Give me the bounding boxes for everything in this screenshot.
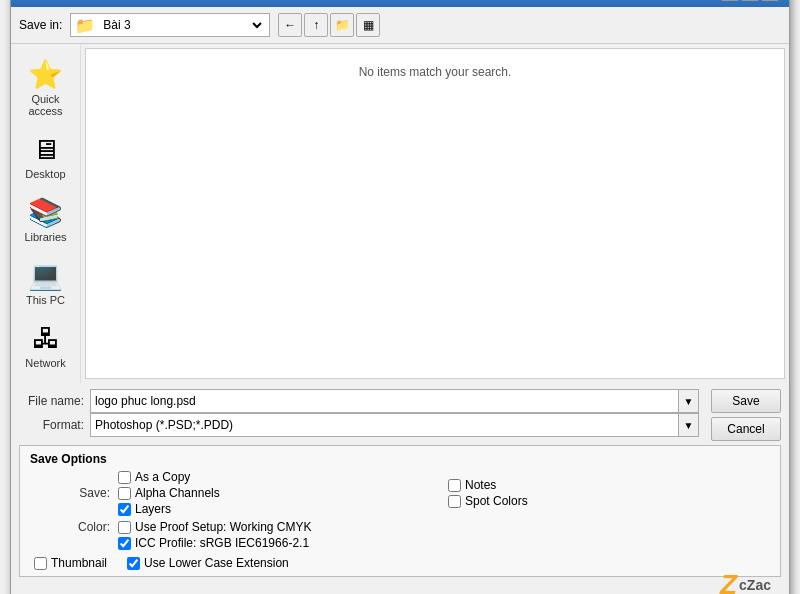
notes-checkbox[interactable] [448,479,461,492]
spot-colors-label: Spot Colors [465,494,528,508]
save-checkboxes-col2: Notes Spot Colors [448,478,770,508]
notes-item: Notes [448,478,770,492]
watermark-area: Z cZac [19,581,781,594]
proof-setup-checkbox[interactable] [118,521,131,534]
bottom-checkboxes: Thumbnail Use Lower Case Extension [30,556,770,570]
desktop-icon: 🖥 [32,133,60,166]
watermark-text: cZac [739,577,771,593]
watermark-z: Z [720,569,737,594]
libraries-icon: 📚 [28,196,63,229]
no-items-message: No items match your search. [359,65,512,79]
sidebar-item-libraries[interactable]: 📚 Libraries [15,190,76,249]
lower-case-item: Use Lower Case Extension [127,556,289,570]
thumbnail-label: Thumbnail [51,556,107,570]
watermark: Z cZac [720,569,771,594]
up-button[interactable]: ↑ [304,13,328,37]
toolbar-buttons: ← ↑ 📁 ▦ [278,13,380,37]
proof-setup-item: Use Proof Setup: Working CMYK [118,520,770,534]
sidebar-item-desktop[interactable]: 🖥 Desktop [15,127,76,186]
filename-label: File name: [19,394,84,408]
file-fields-container: File name: ▼ Format: ▼ Save Cancel [19,389,781,441]
format-dropdown-button[interactable]: ▼ [678,414,698,436]
spot-colors-item: Spot Colors [448,494,770,508]
alpha-channels-item: Alpha Channels [118,486,440,500]
lower-case-checkbox[interactable] [127,557,140,570]
save-checkboxes-col1: As a Copy Alpha Channels Layers [118,470,440,516]
folder-dropdown[interactable]: Bài 3 [99,17,265,33]
color-section: Color: Use Proof Setup: Working CMYK ICC… [30,520,770,550]
folder-selector[interactable]: 📁 Bài 3 [70,13,270,37]
window-controls: ─ □ ✕ [721,0,779,1]
save-button[interactable]: Save [711,389,781,413]
alpha-channels-label: Alpha Channels [135,486,220,500]
folder-icon: 📁 [75,16,95,35]
save-in-label: Save in: [19,18,62,32]
format-input-wrapper: ▼ [90,413,699,437]
lower-case-label: Use Lower Case Extension [144,556,289,570]
proof-setup-label: Use Proof Setup: Working CMYK [135,520,312,534]
bottom-section: File name: ▼ Format: ▼ Save Cancel [11,383,789,594]
icc-profile-label: ICC Profile: sRGB IEC61966-2.1 [135,536,309,550]
quick-access-label: Quick access [19,93,72,117]
layers-checkbox[interactable] [118,503,131,516]
filename-dropdown-button[interactable]: ▼ [678,390,698,412]
format-row: Format: ▼ [19,413,699,437]
save-options-section: Save Options Save: As a Copy Alpha Chann… [19,445,781,577]
file-fields: File name: ▼ Format: ▼ [19,389,699,437]
color-label: Color: [30,520,110,534]
file-browser-content: No items match your search. [85,48,785,379]
notes-label: Notes [465,478,496,492]
layers-item: Layers [118,502,440,516]
sidebar: ⭐ Quick access 🖥 Desktop 📚 Libraries 💻 T… [11,44,81,383]
layers-label: Layers [135,502,171,516]
format-label: Format: [19,418,84,432]
sidebar-item-this-pc[interactable]: 💻 This PC [15,253,76,312]
action-buttons: Save Cancel [711,389,781,441]
toolbar: Save in: 📁 Bài 3 ← ↑ 📁 ▦ [11,7,789,44]
create-folder-button[interactable]: 📁 [330,13,354,37]
back-button[interactable]: ← [278,13,302,37]
maximize-button[interactable]: □ [741,0,759,1]
save-label: Save: [30,486,110,500]
color-options: Use Proof Setup: Working CMYK ICC Profil… [118,520,770,550]
sidebar-item-network[interactable]: 🖧 Network [15,316,76,375]
main-area: ⭐ Quick access 🖥 Desktop 📚 Libraries 💻 T… [11,44,789,383]
save-options-title: Save Options [30,452,770,466]
spot-colors-checkbox[interactable] [448,495,461,508]
sidebar-item-quick-access[interactable]: ⭐ Quick access [15,52,76,123]
this-pc-icon: 💻 [28,259,63,292]
save-as-dialog: 💾 Save As ─ □ ✕ Save in: 📁 Bài 3 ← ↑ 📁 ▦ [10,0,790,594]
network-label: Network [25,357,65,369]
close-button[interactable]: ✕ [761,0,779,1]
format-input[interactable] [91,414,678,436]
this-pc-label: This PC [26,294,65,306]
filename-input-wrapper: ▼ [90,389,699,413]
icc-profile-item: ICC Profile: sRGB IEC61966-2.1 [118,536,770,550]
network-icon: 🖧 [32,322,60,355]
title-bar: 💾 Save As ─ □ ✕ [11,0,789,7]
desktop-label: Desktop [25,168,65,180]
thumbnail-checkbox[interactable] [34,557,47,570]
cancel-button[interactable]: Cancel [711,417,781,441]
as-copy-checkbox[interactable] [118,471,131,484]
quick-access-icon: ⭐ [28,58,63,91]
minimize-button[interactable]: ─ [721,0,739,1]
filename-input[interactable] [91,390,678,412]
view-button[interactable]: ▦ [356,13,380,37]
as-copy-label: As a Copy [135,470,190,484]
icc-profile-checkbox[interactable] [118,537,131,550]
libraries-label: Libraries [24,231,66,243]
save-options-grid: Save: As a Copy Alpha Channels Layers [30,470,770,516]
thumbnail-item: Thumbnail [34,556,107,570]
filename-row: File name: ▼ [19,389,699,413]
as-copy-item: As a Copy [118,470,440,484]
alpha-channels-checkbox[interactable] [118,487,131,500]
